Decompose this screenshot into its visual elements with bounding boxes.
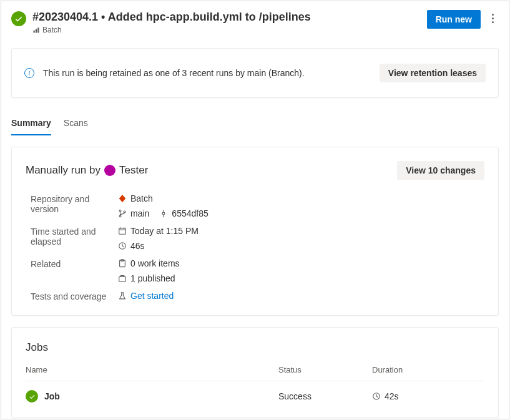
work-items-link[interactable]: 0 work items bbox=[118, 258, 484, 268]
commit-link[interactable]: 6554df85 bbox=[172, 208, 208, 218]
kv-key-related: Related bbox=[31, 258, 112, 283]
clipboard-icon bbox=[118, 259, 127, 268]
kv-key-repo: Repository and version bbox=[31, 193, 112, 218]
run-by-prefix: Manually run by bbox=[26, 164, 101, 177]
run-new-button[interactable]: Run new bbox=[427, 10, 481, 29]
table-row[interactable]: Job Success 42s bbox=[26, 381, 484, 411]
build-status-success-icon bbox=[11, 11, 26, 26]
jobs-card: Jobs Name Status Duration Job Success 42… bbox=[11, 327, 499, 418]
repo-link[interactable]: Batch bbox=[118, 193, 484, 203]
jobs-header: Name Status Duration bbox=[26, 365, 484, 381]
job-name: Job bbox=[44, 391, 60, 401]
beaker-icon bbox=[118, 291, 127, 300]
job-status-success-icon bbox=[26, 390, 38, 403]
commit-icon bbox=[159, 209, 168, 218]
artifact-icon bbox=[118, 274, 127, 283]
more-actions-button[interactable] bbox=[487, 10, 499, 27]
run-summary-card: Manually run by Tester View 10 changes R… bbox=[11, 147, 499, 316]
published-link[interactable]: 1 published bbox=[118, 273, 484, 283]
view-changes-button[interactable]: View 10 changes bbox=[397, 161, 484, 180]
tab-summary[interactable]: Summary bbox=[11, 113, 51, 135]
col-duration: Duration bbox=[372, 365, 484, 374]
col-status: Status bbox=[278, 365, 372, 374]
svg-rect-0 bbox=[34, 31, 35, 33]
pipeline-icon bbox=[32, 26, 40, 34]
run-by-title: Manually run by Tester bbox=[26, 164, 148, 177]
svg-rect-9 bbox=[119, 228, 126, 235]
clock-icon bbox=[372, 392, 381, 401]
more-vertical-icon bbox=[492, 14, 494, 23]
retention-text: This run is being retained as one of 3 r… bbox=[43, 68, 371, 78]
col-name: Name bbox=[26, 365, 278, 374]
branch-icon bbox=[118, 209, 127, 218]
svg-point-5 bbox=[124, 211, 125, 213]
info-icon: i bbox=[24, 68, 34, 78]
tab-bar: Summary Scans bbox=[11, 113, 499, 135]
elapsed: 46s bbox=[118, 241, 484, 251]
svg-rect-2 bbox=[37, 28, 39, 33]
project-breadcrumb[interactable]: Batch bbox=[32, 26, 421, 34]
calendar-icon bbox=[118, 227, 127, 235]
project-name: Batch bbox=[42, 26, 62, 34]
retention-banner: i This run is being retained as one of 3… bbox=[11, 48, 499, 98]
repo-icon bbox=[118, 194, 127, 203]
job-duration: 42s bbox=[372, 391, 484, 401]
svg-point-3 bbox=[119, 210, 121, 212]
svg-rect-16 bbox=[119, 277, 126, 282]
tests-get-started-link[interactable]: Get started bbox=[118, 291, 484, 301]
clock-icon bbox=[118, 242, 127, 250]
view-retention-leases-button[interactable]: View retention leases bbox=[380, 64, 486, 82]
kv-key-tests: Tests and coverage bbox=[31, 291, 112, 301]
page-title: #20230404.1 • Added hpc-app.build.yml to… bbox=[32, 10, 421, 24]
svg-point-6 bbox=[162, 212, 165, 215]
jobs-title: Jobs bbox=[26, 341, 484, 354]
avatar bbox=[104, 165, 115, 176]
runner-name: Tester bbox=[119, 164, 148, 177]
kv-key-time: Time started and elapsed bbox=[31, 226, 112, 251]
time-started: Today at 1:15 PM bbox=[118, 226, 484, 236]
tab-scans[interactable]: Scans bbox=[64, 113, 88, 135]
svg-point-4 bbox=[119, 215, 121, 217]
branch-link[interactable]: main bbox=[130, 208, 149, 218]
job-status: Success bbox=[278, 391, 372, 401]
svg-rect-1 bbox=[36, 29, 37, 33]
